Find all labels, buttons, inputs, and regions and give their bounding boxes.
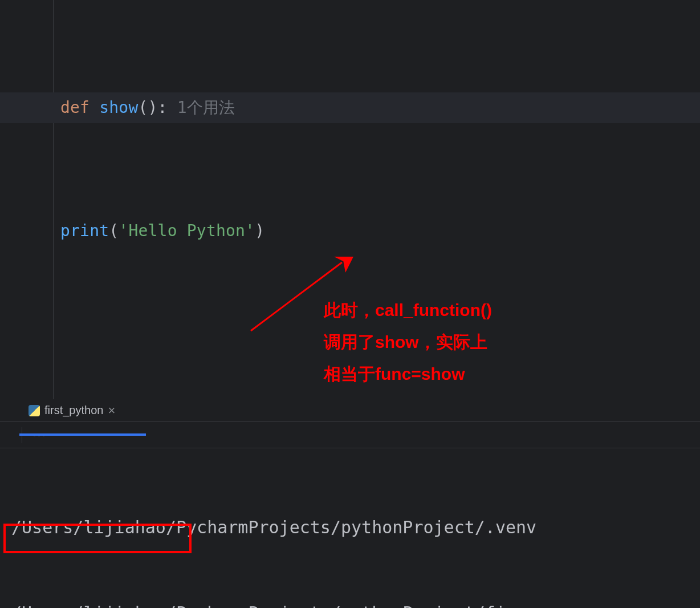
active-tab-underline (19, 433, 146, 436)
fn-call: print (60, 221, 109, 240)
paren: ( (109, 221, 119, 240)
code-editor[interactable]: def show(): 1个用法 print('Hello Python') #… (0, 0, 700, 399)
close-icon[interactable]: × (108, 403, 115, 418)
gutter (0, 0, 54, 399)
console-line: /Users/lijiahao/PycharmProjects/pythonPr… (11, 513, 689, 542)
annotation-line-2: 调用了show，实际上 (324, 326, 492, 358)
usage-hint: 1个用法 (177, 98, 235, 117)
python-icon (29, 405, 40, 416)
annotation-line-3: 相当于func=show (324, 358, 492, 390)
keyword-def: def (60, 98, 89, 117)
function-name: show (99, 98, 138, 117)
run-panel: first_python × ⋮ /Users/lijiahao/Pycharm… (0, 399, 700, 608)
annotation-text: 此时，call_function() 调用了show，实际上 相当于func=s… (324, 294, 492, 390)
annotation-line-1: 此时，call_function() (324, 294, 492, 326)
console-line: /Users/lijiahao/PycharmProjects/pythonPr… (11, 599, 689, 608)
code-line: print('Hello Python') (60, 216, 502, 246)
run-tab-bar: first_python × (0, 399, 700, 422)
colon: : (158, 98, 168, 117)
string-literal: 'Hello Python' (119, 221, 255, 240)
run-tab-label: first_python (44, 404, 103, 417)
run-tab[interactable]: first_python × (24, 400, 120, 421)
code-line: def show(): 1个用法 (60, 92, 502, 123)
paren: ) (255, 221, 264, 240)
console-output[interactable]: /Users/lijiahao/PycharmProjects/pythonPr… (0, 448, 700, 608)
parens: () (138, 98, 157, 117)
